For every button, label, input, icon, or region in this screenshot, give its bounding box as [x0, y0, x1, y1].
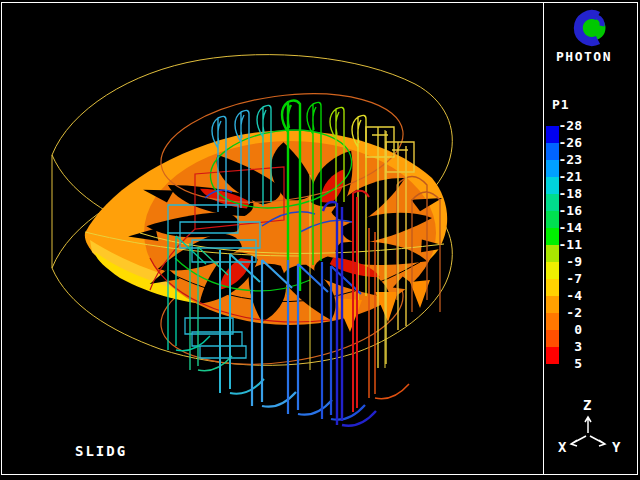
- photon-app-window: { "app": { "logo_label": "PHOTON" }, "le…: [0, 0, 640, 480]
- legend-tick-label: 3: [548, 340, 582, 354]
- legend-title: P1: [552, 97, 570, 112]
- legend-tick-label: -28: [548, 119, 582, 133]
- viewport-3d-plot[interactable]: [0, 2, 543, 475]
- axis-z-label: Z: [583, 397, 591, 413]
- axis-y-label: Y: [612, 439, 621, 455]
- case-label: SLIDG: [75, 443, 127, 459]
- legend-tick-label: -14: [548, 221, 582, 235]
- legend-tick-label: -11: [548, 238, 582, 252]
- panel-separator: [543, 2, 544, 474]
- legend-tick-label: -21: [548, 170, 582, 184]
- photon-logo-icon: [568, 9, 610, 49]
- axis-x-label: X: [558, 439, 567, 455]
- axis-triad: Z X Y: [550, 392, 630, 462]
- legend-tick-label: -23: [548, 153, 582, 167]
- legend-tick-label: -7: [548, 272, 582, 286]
- legend-tick-label: -9: [548, 255, 582, 269]
- legend-tick-label: -4: [548, 289, 582, 303]
- legend-tick-label: -16: [548, 204, 582, 218]
- legend-tick-label: -2: [548, 306, 582, 320]
- photon-label: PHOTON: [556, 49, 612, 64]
- legend-tick-label: -18: [548, 187, 582, 201]
- legend-tick-label: 5: [548, 357, 582, 371]
- legend-tick-label: 0: [548, 323, 582, 337]
- legend-tick-label: -26: [548, 136, 582, 150]
